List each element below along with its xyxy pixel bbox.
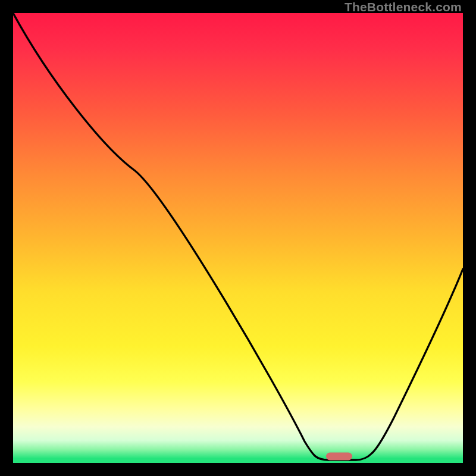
watermark: TheBottleneck.com bbox=[345, 0, 462, 14]
curve-path bbox=[13, 13, 463, 460]
bottleneck-curve bbox=[13, 13, 463, 463]
plot-area bbox=[13, 13, 463, 463]
chart-frame: TheBottleneck.com bbox=[0, 0, 476, 476]
optimum-marker bbox=[326, 453, 352, 461]
